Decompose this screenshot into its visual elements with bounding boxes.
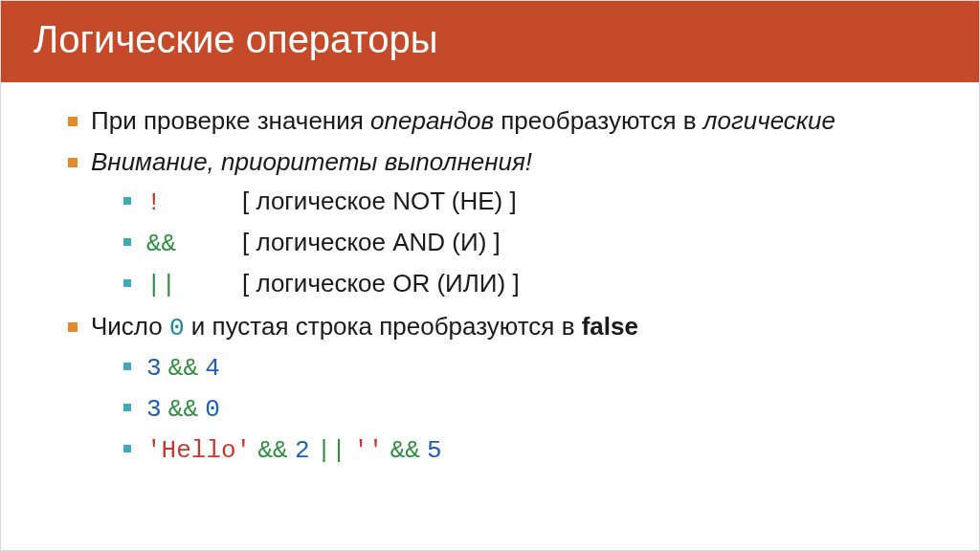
op: || bbox=[317, 436, 346, 465]
code-zero: 0 bbox=[169, 314, 185, 342]
op-desc: [ логическое AND (И) ] bbox=[242, 228, 501, 256]
op-symbol: && bbox=[146, 227, 242, 262]
bullet-operands-convert: При проверке значения операндов преобраз… bbox=[62, 103, 922, 139]
op: && bbox=[257, 436, 287, 465]
slide-title: Логические операторы bbox=[1, 1, 979, 82]
op-not: ![ логическое NOT (НЕ) ] bbox=[91, 184, 922, 221]
str: 'Hello' bbox=[146, 436, 251, 465]
bullet-attention-priority: Внимание, приоритеты выполнения! ![ логи… bbox=[62, 144, 922, 303]
text-italic: Внимание, приоритеты выполнения! bbox=[91, 147, 532, 176]
text-italic: операндов bbox=[370, 106, 494, 135]
text: При проверке значения bbox=[91, 106, 370, 135]
text-italic: логические bbox=[703, 106, 835, 135]
num: 2 bbox=[295, 436, 310, 465]
op-or: ||[ логическое OR (ИЛИ) ] bbox=[91, 266, 922, 303]
str: '' bbox=[353, 436, 383, 465]
op-desc: [ логическое NOT (НЕ) ] bbox=[242, 187, 517, 215]
text: Число bbox=[91, 312, 169, 341]
op-desc: [ логическое OR (ИЛИ) ] bbox=[242, 269, 520, 298]
bullet-zero-empty-false: Число 0 и пустая строка преобразуются в … bbox=[62, 309, 922, 470]
num: 0 bbox=[205, 395, 220, 424]
num: 3 bbox=[146, 354, 162, 383]
slide: Логические операторы При проверке значен… bbox=[0, 0, 980, 551]
text: преобразуются в bbox=[494, 106, 703, 135]
text: и пустая строка преобразуются в bbox=[185, 312, 582, 341]
op: && bbox=[168, 354, 198, 383]
example-row: 'Hello' && 2 || '' && 5 bbox=[91, 431, 922, 469]
op-and: &&[ логическое AND (И) ] bbox=[91, 225, 922, 262]
num: 4 bbox=[205, 354, 220, 383]
example-row: 3 && 0 bbox=[91, 390, 922, 428]
example-row: 3 && 4 bbox=[91, 349, 922, 386]
op-symbol: || bbox=[146, 268, 242, 303]
op-symbol: ! bbox=[146, 186, 242, 221]
op: && bbox=[390, 436, 420, 465]
num: 5 bbox=[427, 436, 442, 465]
num: 3 bbox=[146, 395, 162, 424]
op: && bbox=[168, 395, 198, 424]
slide-content: При проверке значения операндов преобраз… bbox=[1, 82, 979, 469]
text-bold: false bbox=[582, 312, 638, 341]
